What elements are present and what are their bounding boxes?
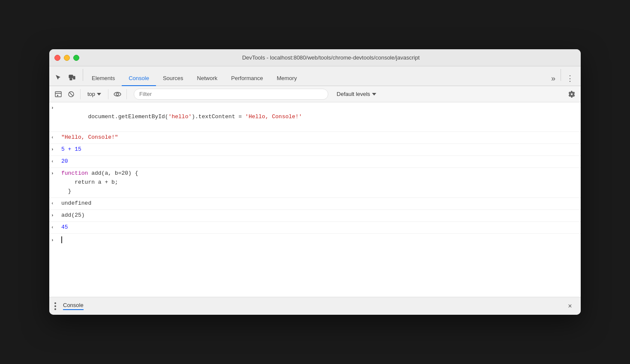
console-line: ‹ "Hello, Console!": [49, 132, 581, 144]
svg-marker-5: [57, 95, 59, 96]
tab-console[interactable]: Console: [122, 71, 156, 86]
output-arrow: ‹: [51, 223, 61, 232]
code-content: 5 + 15: [61, 145, 577, 154]
minimize-traffic-light[interactable]: [64, 55, 70, 61]
clear-console-icon[interactable]: [66, 89, 77, 100]
console-line: › 5 + 15: [49, 144, 581, 156]
console-line: › add(25): [49, 210, 581, 222]
console-line: ‹ 45: [49, 222, 581, 234]
context-selector[interactable]: top: [84, 89, 105, 99]
maximize-traffic-light[interactable]: [73, 55, 79, 61]
console-toolbar: top Default levels: [49, 86, 581, 102]
input-arrow: ›: [51, 211, 61, 220]
console-input-line[interactable]: ›: [49, 234, 581, 246]
input-arrow: ›: [51, 237, 61, 243]
console-line: › document.getElementById('hello').textC…: [49, 102, 581, 132]
code-content: add(25): [61, 211, 577, 220]
input-arrow: ›: [51, 145, 61, 154]
dot: [54, 305, 56, 307]
toolbar-divider-2: [108, 89, 108, 99]
tab-left-icons: [53, 72, 78, 86]
traffic-lights: [54, 55, 79, 61]
tab-network[interactable]: Network: [190, 71, 225, 86]
more-tabs-button[interactable]: »: [548, 74, 559, 83]
eye-icon[interactable]: [112, 89, 123, 100]
svg-rect-1: [70, 78, 72, 80]
close-traffic-light[interactable]: [54, 55, 60, 61]
code-content: 45: [61, 223, 577, 232]
output-arrow: ‹: [51, 199, 61, 208]
dot: [54, 302, 56, 304]
output-arrow: ‹: [51, 133, 61, 142]
console-line: › function add(a, b=20) { return a + b; …: [49, 168, 581, 197]
tab-bar: Elements Console Sources Network Perform…: [49, 66, 581, 86]
levels-dropdown[interactable]: Default levels: [333, 89, 380, 99]
input-arrow: ›: [51, 104, 61, 112]
text-cursor: [61, 236, 62, 243]
code-content: undefined: [61, 199, 577, 208]
toolbar-divider-3: [126, 89, 127, 99]
tab-elements[interactable]: Elements: [85, 71, 122, 86]
svg-point-9: [116, 93, 119, 95]
output-arrow: ‹: [51, 157, 61, 166]
svg-line-7: [69, 92, 73, 96]
code-content: document.getElementById('hello').textCon…: [61, 104, 577, 130]
title-bar: DevTools - localhost:8080/web/tools/chro…: [49, 49, 581, 66]
devtools-menu-button[interactable]: ⋮: [563, 74, 577, 83]
console-line: ‹ 20: [49, 156, 581, 168]
toolbar-divider-1: [80, 89, 81, 99]
window-title: DevTools - localhost:8080/web/tools/chro…: [86, 54, 576, 61]
tab-performance[interactable]: Performance: [224, 71, 270, 86]
bottom-dots-menu[interactable]: [54, 302, 56, 310]
console-line: ‹ undefined: [49, 198, 581, 210]
svg-rect-3: [55, 92, 61, 97]
close-panel-button[interactable]: ×: [564, 301, 576, 312]
svg-rect-2: [73, 76, 75, 79]
code-content: "Hello, Console!": [61, 133, 577, 142]
tab-divider-1: [83, 69, 83, 81]
tab-divider-2: [561, 69, 561, 81]
cursor-icon[interactable]: [53, 72, 64, 83]
dot: [54, 308, 56, 310]
tab-memory[interactable]: Memory: [270, 71, 304, 86]
devtools-window: DevTools - localhost:8080/web/tools/chro…: [49, 49, 581, 315]
code-content: function add(a, b=20) { return a + b; }: [61, 169, 577, 196]
device-toolbar-icon[interactable]: [66, 72, 78, 83]
filter-input[interactable]: [134, 89, 328, 100]
settings-icon[interactable]: [566, 89, 577, 100]
execute-context-icon[interactable]: [53, 89, 64, 100]
bottom-bar: Console ×: [49, 297, 581, 315]
bottom-console-label: Console: [63, 302, 84, 310]
tab-sources[interactable]: Sources: [156, 71, 190, 86]
input-arrow: ›: [51, 169, 61, 178]
code-content: 20: [61, 157, 577, 166]
svg-rect-0: [69, 75, 73, 78]
console-output[interactable]: › document.getElementById('hello').textC…: [49, 102, 581, 297]
